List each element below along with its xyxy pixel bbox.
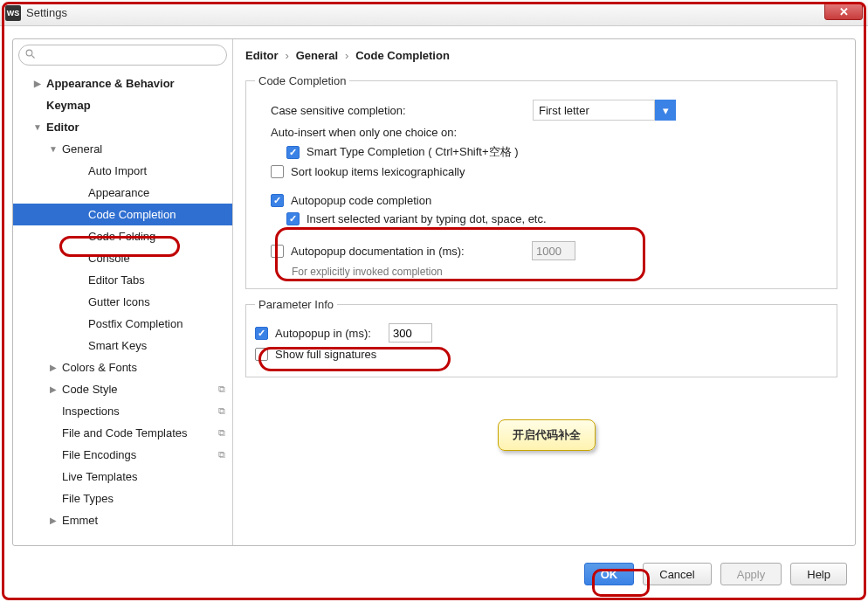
tree-item-file-encodings[interactable]: File Encodings⧉ <box>13 444 232 466</box>
case-sensitive-row: Case sensitive completion: First letter … <box>255 100 828 121</box>
titlebar: WS Settings ✕ <box>0 0 868 26</box>
copy-icon: ⧉ <box>218 384 225 395</box>
case-sensitive-label: Case sensitive completion: <box>271 104 533 117</box>
tree-item-appearance[interactable]: Appearance <box>13 182 232 204</box>
tree-item-label: General <box>62 142 102 156</box>
cancel-button[interactable]: Cancel <box>643 563 711 585</box>
close-button[interactable]: ✕ <box>824 3 863 20</box>
tree-item-emmet[interactable]: ▶Emmet <box>13 509 232 531</box>
smart-type-row: Smart Type Completion ( Ctrl+Shift+空格 ) <box>255 144 828 160</box>
settings-tree[interactable]: ▶Appearance & BehaviorKeymap▼Editor▼Gene… <box>13 69 232 545</box>
code-completion-legend: Code Completion <box>255 74 349 87</box>
copy-icon: ⧉ <box>218 427 225 439</box>
show-sig-label: Show full signatures <box>275 348 376 361</box>
tree-item-keymap[interactable]: Keymap <box>13 94 232 116</box>
tree-item-general[interactable]: ▼General <box>13 138 232 160</box>
breadcrumb-code-completion: Code Completion <box>355 49 450 62</box>
tree-item-label: Smart Keys <box>88 339 147 352</box>
insert-variant-checkbox[interactable] <box>286 212 300 225</box>
tree-item-label: Inspections <box>62 405 120 418</box>
tree-item-editor[interactable]: ▼Editor <box>13 116 232 138</box>
sort-lookup-label: Sort lookup items lexicographically <box>291 165 465 178</box>
autopopup-doc-checkbox[interactable] <box>271 245 284 258</box>
search-icon <box>25 49 36 59</box>
tree-item-label: Auto Import <box>88 164 147 177</box>
tree-item-label: File Types <box>62 492 114 505</box>
show-sig-row: Show full signatures <box>255 348 828 361</box>
tree-arrow-icon: ▶ <box>48 384 59 394</box>
tree-item-code-folding[interactable]: Code Folding <box>13 225 232 247</box>
button-bar: OK Cancel Apply Help <box>584 558 847 590</box>
tree-item-file-and-code-templates[interactable]: File and Code Templates⧉ <box>13 422 232 444</box>
case-sensitive-dropdown[interactable]: First letter ▾ <box>533 100 676 121</box>
parameter-info-group: Parameter Info Autopopup in (ms): Show f… <box>245 298 837 377</box>
chevron-right-icon: › <box>285 49 288 62</box>
ok-button[interactable]: OK <box>584 563 635 585</box>
autopopup-doc-label: Autopopup documentation in (ms): <box>291 245 532 258</box>
chevron-right-icon: › <box>345 49 348 62</box>
breadcrumb-editor[interactable]: Editor <box>245 49 279 62</box>
tree-item-gutter-icons[interactable]: Gutter Icons <box>13 291 232 313</box>
tree-item-label: Postfix Completion <box>88 317 183 330</box>
svg-line-1 <box>32 56 35 59</box>
tree-arrow-icon: ▶ <box>32 79 43 88</box>
tree-item-inspections[interactable]: Inspections⧉ <box>13 400 232 422</box>
tree-arrow-icon: ▼ <box>48 144 59 154</box>
show-sig-checkbox[interactable] <box>255 348 268 361</box>
auto-insert-label: Auto-insert when only one choice on: <box>271 126 457 139</box>
content-pane: Editor › General › Code Completion Code … <box>233 39 855 545</box>
tree-item-editor-tabs[interactable]: Editor Tabs <box>13 269 232 291</box>
auto-insert-row: Auto-insert when only one choice on: <box>255 126 828 139</box>
breadcrumb: Editor › General › Code Completion <box>245 48 837 62</box>
tree-item-console[interactable]: Console <box>13 247 232 269</box>
tree-item-postfix-completion[interactable]: Postfix Completion <box>13 313 232 335</box>
insert-variant-label: Insert selected variant by typing dot, s… <box>307 212 547 225</box>
tree-item-label: Appearance <box>88 186 149 199</box>
tree-item-label: Editor Tabs <box>88 273 145 287</box>
tree-item-file-types[interactable]: File Types <box>13 488 232 509</box>
app-icon: WS <box>5 5 21 21</box>
autopopup-code-label: Autopopup code completion <box>291 194 431 207</box>
autopopup-code-checkbox[interactable] <box>271 194 284 207</box>
chevron-down-icon[interactable]: ▾ <box>655 100 676 121</box>
autopopup-in-checkbox[interactable] <box>255 327 268 340</box>
tree-item-smart-keys[interactable]: Smart Keys <box>13 335 232 356</box>
insert-variant-row: Insert selected variant by typing dot, s… <box>255 212 828 225</box>
tree-item-code-style[interactable]: ▶Code Style⧉ <box>13 378 232 400</box>
tree-item-appearance-behavior[interactable]: ▶Appearance & Behavior <box>13 73 232 94</box>
help-button[interactable]: Help <box>790 563 847 585</box>
tree-item-auto-import[interactable]: Auto Import <box>13 160 232 182</box>
autopopup-doc-row: Autopopup documentation in (ms): <box>255 241 828 260</box>
autopopup-doc-input <box>532 241 575 260</box>
tree-item-label: Code Style <box>62 383 118 396</box>
tree-item-colors-fonts[interactable]: ▶Colors & Fonts <box>13 356 232 378</box>
close-icon: ✕ <box>839 5 849 18</box>
sort-lookup-checkbox[interactable] <box>271 165 284 178</box>
smart-type-checkbox[interactable] <box>286 146 300 159</box>
smart-type-label: Smart Type Completion ( Ctrl+Shift+空格 ) <box>307 144 519 160</box>
apply-button: Apply <box>720 563 782 585</box>
autopopup-code-row: Autopopup code completion <box>255 194 828 207</box>
copy-icon: ⧉ <box>218 449 225 460</box>
tree-item-label: Appearance & Behavior <box>46 77 175 90</box>
code-completion-group: Code Completion Case sensitive completio… <box>245 74 837 289</box>
explicit-note: For explicitly invoked completion <box>276 266 828 278</box>
tree-arrow-icon: ▼ <box>32 122 43 132</box>
tree-arrow-icon: ▶ <box>48 363 59 372</box>
tree-item-label: Code Folding <box>88 230 155 243</box>
tree-item-label: Console <box>88 252 130 265</box>
window-title: Settings <box>26 6 67 19</box>
breadcrumb-general[interactable]: General <box>296 49 338 62</box>
autopopup-in-row: Autopopup in (ms): <box>255 323 828 343</box>
search-input[interactable] <box>18 45 227 66</box>
svg-point-0 <box>26 50 32 56</box>
tree-item-label: Editor <box>46 121 79 134</box>
search-wrap <box>13 39 232 69</box>
tree-item-label: Emmet <box>62 514 98 527</box>
tree-item-code-completion[interactable]: Code Completion <box>13 204 232 225</box>
body: ▶Appearance & BehaviorKeymap▼Editor▼Gene… <box>12 38 856 546</box>
tree-item-live-templates[interactable]: Live Templates <box>13 466 232 488</box>
tree-item-label: File and Code Templates <box>62 426 188 439</box>
autopopup-in-input[interactable] <box>389 323 432 343</box>
autopopup-in-label: Autopopup in (ms): <box>275 327 389 340</box>
